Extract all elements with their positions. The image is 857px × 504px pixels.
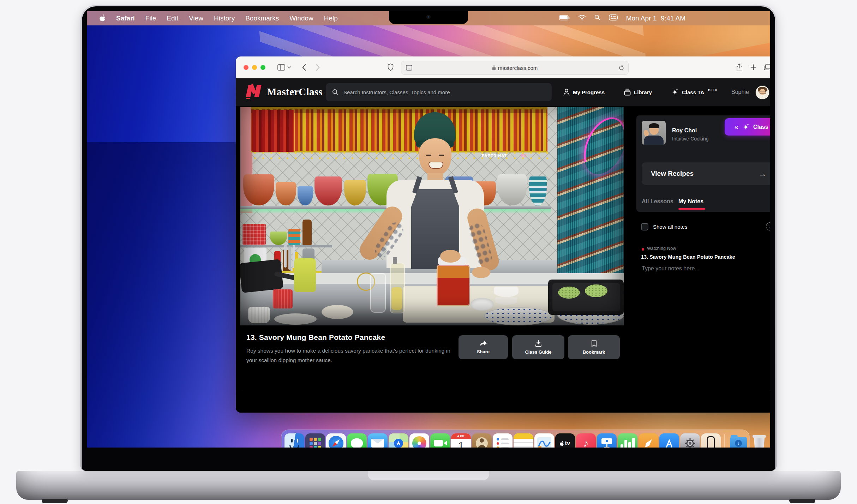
dock-icon-safari[interactable] [326,433,346,448]
dock-icon-iphone-mirroring[interactable] [701,433,721,448]
menu-safari[interactable]: Safari [116,14,135,22]
class-ta-button[interactable]: « Class TA [725,118,770,136]
menu-bookmarks[interactable]: Bookmarks [245,14,279,22]
search-bar[interactable] [326,83,552,101]
dock-icon-facetime[interactable] [430,433,450,448]
account-name[interactable]: Sophie [731,78,749,106]
dock-icon-mail[interactable] [368,433,388,448]
folder-tab [731,435,738,438]
dock-icon-reminders[interactable] [493,433,513,448]
dock-icon-maps[interactable] [389,433,408,448]
dock-icon-messages[interactable] [347,433,367,448]
info-icon[interactable]: i [766,222,770,230]
menu-clock[interactable]: 9:41 AM [661,14,685,22]
dock-icon-trash[interactable] [749,433,769,448]
menu-window[interactable]: Window [289,14,313,22]
menu-help[interactable]: Help [324,14,338,22]
sidebar-icon[interactable] [277,64,285,71]
chevron-down-icon[interactable] [287,66,291,69]
person-icon [563,89,570,96]
contact-head [480,438,484,443]
dock-icon-contacts[interactable] [472,433,492,448]
dock-icon-launchpad[interactable] [305,433,325,448]
iphone-outline [707,436,715,448]
dock-icon-numbers[interactable] [618,433,637,448]
close-window-button[interactable] [244,65,248,70]
tv-label: tv [565,440,570,447]
dock-icon-music[interactable]: ♪ [576,433,596,448]
new-tab-icon[interactable] [750,64,756,70]
class-guide-button[interactable]: Class Guide [512,335,564,359]
menu-date[interactable]: Mon Apr 1 [626,14,657,22]
double-chevron-left-icon: « [735,123,738,130]
compass-needle [331,438,341,448]
dock-icon-notes[interactable] [514,433,533,448]
avatar-glasses [760,91,766,94]
dock-icon-freeform[interactable] [534,433,554,448]
active-tab-indicator [678,208,705,210]
video-player[interactable]: PAPER HAT RC [240,107,624,325]
show-all-notes-checkbox[interactable] [641,223,648,230]
share-button[interactable]: Share [459,335,508,359]
notes-input[interactable] [641,265,770,285]
share-icon[interactable] [736,64,742,71]
address-bar[interactable]: masterclass.com [401,61,629,75]
dock-icon-apple-tv[interactable]: tv [555,433,575,448]
search-icon[interactable] [594,14,600,22]
control-center-icon[interactable] [609,14,618,22]
view-recipes-label: View Recipes [651,170,694,178]
zoom-window-button[interactable] [260,65,265,70]
dock-icon-calendar[interactable]: APR1 [451,433,471,448]
lesson-description: Roy shows you how to make a delicious sa… [246,346,462,365]
dock-icon-pages[interactable] [639,433,658,448]
download-arrow: ↓ [735,440,742,447]
back-icon[interactable] [302,64,306,71]
avatar[interactable] [755,85,769,100]
dock-icon-keynote[interactable] [597,433,617,448]
nav-my-progress[interactable]: My Progress [563,78,605,106]
desktop: Safari File Edit View History Bookmarks … [0,0,857,504]
nav-label: My Progress [573,89,605,95]
keynote-board [601,438,612,444]
search-input[interactable] [343,89,545,96]
menu-history[interactable]: History [214,14,235,22]
wifi-icon[interactable] [578,14,586,22]
macbook-base [16,471,841,500]
forward-icon[interactable] [316,64,320,71]
dock-icon-downloads[interactable]: ↓ [729,433,748,448]
sparkle-icon [742,123,750,131]
watching-now-dot [642,248,644,251]
apple-icon[interactable] [100,14,106,23]
dock-icon-finder[interactable] [284,433,304,448]
tab-my-notes[interactable]: My Notes [678,198,703,205]
tab-all-lessons[interactable]: All Lessons [642,198,673,205]
brand-wordmark[interactable]: MasterClass [267,86,323,98]
class-ta-label: Class TA [753,124,770,130]
download-icon [535,340,542,347]
contact-silhouette [478,445,486,448]
freeform-squiggle [537,437,551,448]
instructor-class-name: Intuitive Cooking [672,136,709,142]
divider [240,392,770,392]
menu-view[interactable]: View [189,14,203,22]
shield-icon[interactable] [388,64,394,71]
panel-lesson-title: 13. Savory Mung Bean Potato Pancake [641,254,735,260]
dock-icon-system-settings[interactable] [680,433,700,448]
dock-icon-photos[interactable] [409,433,429,448]
camera-body [434,440,443,446]
folder-icon: ↓ [730,437,747,448]
minimize-window-button[interactable] [252,65,257,70]
finder-face [291,439,293,443]
nav-class-ta[interactable]: Class TA BETA [671,78,717,106]
dock-icon-app-store[interactable] [659,433,679,448]
battery-icon[interactable] [559,14,570,22]
tabs-icon[interactable] [764,64,770,71]
view-recipes-button[interactable]: View Recipes → [642,162,770,185]
camera-lens [428,16,429,18]
nav-library[interactable]: Library [624,78,652,106]
menu-edit[interactable]: Edit [167,14,178,22]
bar [624,440,627,448]
menu-file[interactable]: File [145,14,156,22]
bookmark-button[interactable]: Bookmark [568,335,620,359]
masterclass-logo-icon[interactable] [246,85,263,99]
